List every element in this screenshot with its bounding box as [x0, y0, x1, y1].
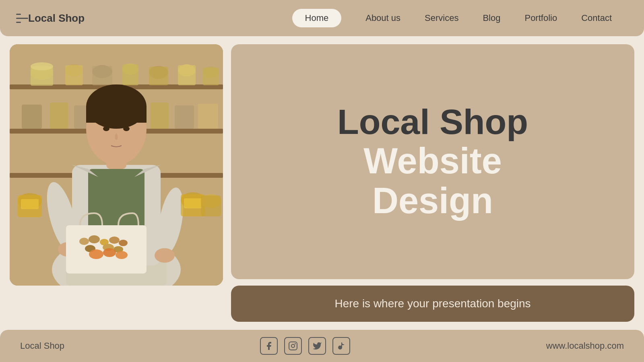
svg-rect-25: [151, 103, 169, 129]
svg-rect-9: [65, 65, 83, 85]
navbar: Local Shop Home About us Services Blog P…: [0, 0, 644, 36]
svg-point-40: [109, 237, 120, 244]
nav-link-contact[interactable]: Contact: [581, 13, 612, 23]
hero-title-line2: Website: [363, 141, 502, 181]
nav-link-home[interactable]: Home: [292, 9, 342, 27]
nav-link-blog[interactable]: Blog: [483, 13, 500, 23]
svg-rect-21: [50, 103, 68, 129]
svg-point-63: [291, 344, 295, 348]
svg-rect-51: [86, 107, 147, 123]
svg-point-52: [103, 126, 109, 131]
main-content: Local Shop Website Design Here is where …: [0, 36, 644, 330]
svg-rect-27: [198, 104, 218, 129]
svg-rect-15: [149, 67, 168, 85]
svg-rect-11: [92, 66, 112, 85]
hero-card: Local Shop Website Design: [231, 44, 634, 279]
svg-rect-59: [184, 198, 202, 208]
footer: Local Shop ww: [0, 330, 644, 362]
svg-rect-17: [178, 65, 196, 85]
right-panel: Local Shop Website Design Here is where …: [231, 44, 634, 322]
svg-point-53: [123, 126, 130, 131]
svg-rect-61: [201, 195, 221, 216]
svg-point-64: [295, 343, 296, 344]
subtitle-text: Here is where your presentation begins: [334, 297, 530, 310]
svg-rect-56: [21, 199, 39, 209]
facebook-icon[interactable]: [260, 337, 278, 355]
svg-rect-13: [122, 64, 138, 85]
svg-rect-26: [175, 105, 194, 129]
svg-point-35: [155, 248, 175, 263]
menu-line-top: [16, 14, 21, 15]
nav-link-portfolio[interactable]: Portfolio: [524, 13, 557, 23]
svg-point-38: [89, 235, 100, 243]
hamburger-menu-icon[interactable]: [16, 14, 28, 23]
nav-link-about[interactable]: About us: [365, 13, 400, 23]
nav-link-services[interactable]: Services: [425, 13, 458, 23]
footer-brand: Local Shop: [20, 341, 64, 351]
svg-point-45: [89, 249, 103, 259]
svg-rect-19: [203, 68, 219, 85]
svg-rect-62: [289, 342, 297, 350]
twitter-icon[interactable]: [308, 337, 326, 355]
footer-url: www.localshop.com: [546, 341, 624, 351]
svg-rect-20: [22, 105, 42, 129]
subtitle-card: Here is where your presentation begins: [231, 286, 634, 322]
svg-point-37: [79, 238, 89, 245]
tiktok-icon[interactable]: [332, 337, 350, 355]
hero-title-line1: Local Shop: [337, 103, 528, 142]
svg-point-41: [119, 240, 128, 246]
svg-point-47: [116, 251, 128, 259]
footer-social: [260, 337, 350, 355]
hero-title-line3: Design: [372, 181, 493, 221]
nav-links: Home About us Services Blog Portfolio Co…: [292, 9, 612, 27]
menu-line-bottom: [16, 22, 21, 23]
menu-line-middle: [16, 18, 28, 19]
svg-point-46: [103, 248, 116, 257]
svg-point-7: [31, 62, 53, 70]
navbar-brand: Local Shop: [28, 12, 85, 25]
instagram-icon[interactable]: [284, 337, 302, 355]
shop-image: [10, 44, 223, 286]
